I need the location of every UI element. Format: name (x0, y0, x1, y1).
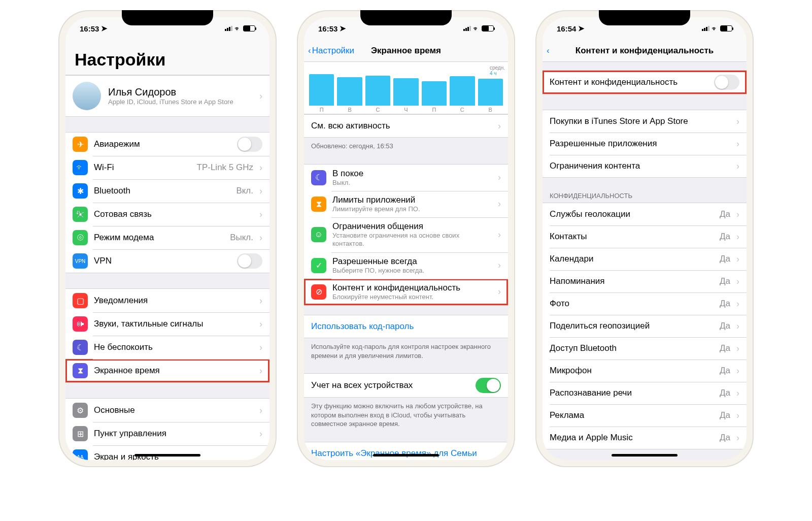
chart-bar (450, 76, 475, 106)
chevron-icon: › (736, 410, 739, 421)
chevron-icon: › (259, 296, 262, 306)
chevron-icon: › (498, 260, 501, 271)
row-title: Уведомления (94, 296, 253, 306)
list-row[interactable]: Службы геолокацииДа› (543, 203, 747, 225)
back-label: Настройки (312, 46, 354, 56)
list-row[interactable]: КонтактыДа› (543, 225, 747, 248)
settings-row[interactable]: ⊞Пункт управления› (65, 422, 269, 445)
list-row[interactable]: Распознавание речиДа› (543, 382, 747, 404)
chart-bar (309, 74, 334, 106)
row-subtitle: Блокируйте неуместный контент. (332, 293, 492, 301)
row-title: Wi-Fi (94, 162, 191, 173)
settings-row[interactable]: ✓Разрешенные всегдаВыберите ПО, нужное в… (304, 252, 508, 279)
privacy-group: Службы геолокацииДа›КонтактыДа›Календари… (543, 203, 747, 449)
row-subtitle: Лимитируйте время для ПО. (332, 205, 492, 213)
location-icon: ➤ (578, 24, 585, 33)
row-title: Календари (550, 254, 714, 264)
back-button[interactable]: ‹ Настройки (308, 46, 354, 56)
settings-row[interactable]: ⏧Сотовая связь› (65, 203, 269, 226)
usage-chart[interactable]: средн. 4 ч ПВСЧПСВ (304, 62, 508, 114)
content-privacy-list[interactable]: Контент и конфиденциальность Покупки в i… (543, 62, 747, 460)
setup-family-row[interactable]: Настроить «Экранное время» для Семьи (304, 442, 508, 460)
list-row[interactable]: КалендариДа› (543, 248, 747, 270)
row-detail: Да (720, 410, 730, 420)
notch (599, 10, 690, 25)
chevron-icon: › (736, 116, 739, 127)
notch (122, 10, 213, 25)
back-button[interactable]: ‹ (547, 46, 550, 56)
settings-row[interactable]: ✈Авиарежим (65, 133, 269, 156)
settings-row[interactable]: VPNVPN (65, 249, 269, 273)
settings-row[interactable]: 🕪Звуки, тактильные сигналы› (65, 312, 269, 336)
settings-list[interactable]: Илья Сидоров Apple ID, iCloud, iTunes St… (65, 75, 269, 460)
list-row[interactable]: НапоминанияДа› (543, 270, 747, 292)
settings-row[interactable]: ⚙Основные› (65, 399, 269, 422)
list-row[interactable]: Доступ BluetoothДа› (543, 337, 747, 360)
share-toggle[interactable] (476, 378, 501, 393)
cellular-icon (225, 26, 232, 31)
settings-row[interactable]: ᯤWi-FiTP-Link 5 GHz› (65, 156, 269, 179)
list-row[interactable]: Покупки в iTunes Store и App Store› (543, 110, 747, 133)
row-title: Контент и конфиденциальность (332, 283, 492, 293)
settings-row[interactable]: ⦾Режим модемаВыкл.› (65, 226, 269, 249)
chevron-icon: › (736, 388, 739, 399)
settings-row[interactable]: ⧗Экранное время› (65, 359, 269, 382)
chart-day: В (478, 107, 503, 113)
use-passcode-row[interactable]: Использовать код-пароль (304, 315, 508, 338)
screen-settings-root: 16:53 ➤ ᯤ Настройки Илья Сидоров Apple I… (65, 17, 269, 460)
row-detail: Вкл. (236, 186, 253, 196)
chart-average-label: средн. 4 ч (490, 65, 505, 76)
list-row[interactable]: РекламаДа› (543, 404, 747, 427)
list-row[interactable]: Медиа и Apple MusicДа› (543, 427, 747, 449)
chart-day: В (337, 107, 362, 113)
chevron-icon: › (498, 121, 501, 132)
row-subtitle: Выкл. (332, 179, 492, 187)
list-row[interactable]: Разрешенные приложения› (543, 133, 747, 155)
settings-row[interactable]: ☾В покоеВыкл.› (304, 165, 508, 191)
list-row[interactable]: Поделиться геопозициейДа› (543, 315, 747, 337)
row-detail: Да (720, 321, 730, 331)
settings-row[interactable]: ⧗Лимиты приложенийЛимитируйте время для … (304, 191, 508, 217)
row-title: Экранное время (94, 366, 253, 376)
settings-row[interactable]: ⊘Контент и конфиденциальностьБлокируйте … (304, 279, 508, 305)
settings-row[interactable]: AAЭкран и яркость› (65, 445, 269, 460)
see-all-activity-row[interactable]: См. всю активность › (304, 115, 508, 137)
share-across-devices-row[interactable]: Учет на всех устройствах (304, 374, 508, 397)
chevron-icon: › (736, 433, 739, 443)
row-title: VPN (94, 256, 231, 266)
chevron-icon: › (736, 276, 739, 287)
content-privacy-toggle-row[interactable]: Контент и конфиденциальность (543, 71, 747, 94)
chart-bar (478, 79, 503, 106)
home-indicator[interactable] (373, 454, 439, 457)
settings-row[interactable]: ✱BluetoothВкл.› (65, 179, 269, 203)
row-detail: Да (720, 254, 730, 264)
passcode-group: Использовать код-пароль (304, 315, 508, 338)
ограничения-общения-icon: ☺ (311, 227, 326, 242)
apple-id-row[interactable]: Илья Сидоров Apple ID, iCloud, iTunes St… (65, 75, 269, 117)
chart-bar (422, 81, 447, 106)
chart-day: П (309, 107, 334, 113)
bluetooth-icon: ✱ (73, 183, 88, 199)
settings-row[interactable]: ▢Уведомления› (65, 289, 269, 312)
row-detail: Да (720, 343, 730, 353)
toggle[interactable] (237, 137, 262, 152)
list-row[interactable]: МикрофонДа› (543, 360, 747, 382)
content-privacy-toggle[interactable] (714, 75, 739, 90)
row-detail: Да (720, 276, 730, 286)
home-indicator[interactable] (134, 454, 200, 457)
settings-row[interactable]: ☺Ограничения общенияУстановите ограничен… (304, 217, 508, 252)
chevron-icon: › (736, 254, 739, 265)
list-row[interactable]: Ограничения контента› (543, 155, 747, 177)
home-indicator[interactable] (612, 454, 678, 457)
screentime-content[interactable]: средн. 4 ч ПВСЧПСВ См. всю активность › … (304, 62, 508, 460)
row-subtitle: Установите ограничения на основе своих к… (332, 232, 492, 248)
row-title: Доступ Bluetooth (550, 343, 714, 353)
row-subtitle: Выберите ПО, нужное всегда. (332, 267, 492, 275)
screentime-options-group: ☾В покоеВыкл.›⧗Лимиты приложенийЛимитиру… (304, 164, 508, 306)
settings-row[interactable]: ☾Не беспокоить› (65, 336, 269, 359)
list-row[interactable]: ФотоДа› (543, 292, 747, 315)
toggle[interactable] (237, 253, 262, 269)
экранное-время-icon: ⧗ (73, 363, 88, 378)
row-title: Фото (550, 299, 714, 309)
restrictions-group: Покупки в iTunes Store и App Store›Разре… (543, 110, 747, 178)
